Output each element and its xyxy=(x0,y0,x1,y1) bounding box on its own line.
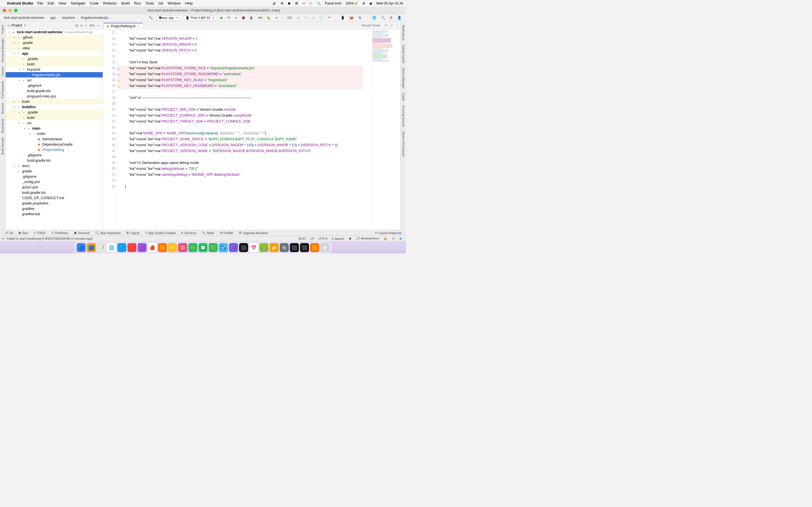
dock-app-icon[interactable]: 🟧 xyxy=(310,243,319,252)
menu-run[interactable]: Run xyxy=(134,1,141,5)
breadcrumb-root[interactable]: kick-start-android-webview xyxy=(2,16,49,20)
bottom-upgrade-assistant[interactable]: ⚙ Upgrade Assistant xyxy=(239,231,268,235)
dock-app-icon[interactable]: ⬛ xyxy=(290,243,299,252)
inspection-ok-icon[interactable]: ✓ xyxy=(390,23,393,27)
menu-edit[interactable]: Edit xyxy=(48,1,54,5)
avatar-icon[interactable]: 👤 xyxy=(396,15,403,20)
shortcuts-icon[interactable]: ⌘ xyxy=(295,1,298,5)
tree-row[interactable]: ·action.yml xyxy=(6,184,103,190)
panel-settings-icon[interactable]: ⚙▾ xyxy=(89,23,95,27)
project-panel-title[interactable]: Project xyxy=(11,23,22,27)
tree-row[interactable]: ◆DependencyGradle xyxy=(6,142,103,147)
dock-app-icon[interactable]: 📝 xyxy=(97,243,106,252)
rail-pull-requests[interactable]: Pull Requests xyxy=(1,79,4,101)
settings-icon[interactable]: ⚙ xyxy=(388,15,395,20)
tree-row[interactable]: ·build.gradle.kts xyxy=(6,88,103,94)
tree-row[interactable]: ·CODE_OF_CONDUCT.md xyxy=(6,195,103,201)
bottom-terminal[interactable]: ▣ Terminal xyxy=(74,231,90,235)
tree-row[interactable]: ·frogoboxmedia.jks xyxy=(6,72,103,77)
dock-app-icon[interactable]: 🟨 xyxy=(168,243,177,252)
dock-app-icon[interactable]: 🗑 xyxy=(320,243,329,252)
dock-app-icon[interactable]: 💜 xyxy=(229,243,238,252)
bottom-build[interactable]: 🔨 Build xyxy=(202,231,214,235)
record-icon[interactable]: ⏺ xyxy=(288,1,291,5)
dock-app-icon[interactable]: 🟪 xyxy=(138,243,147,252)
tree-row[interactable]: ·_config.yml xyxy=(6,179,103,184)
tree-row[interactable]: ▪.idea xyxy=(6,45,103,51)
project-view-icon[interactable]: ▭ xyxy=(7,23,10,27)
tree-row[interactable]: ·gradlew.bat xyxy=(6,211,103,217)
tree-row[interactable]: ▸▪.gradle xyxy=(6,40,103,45)
menu-code[interactable]: Code xyxy=(90,1,99,5)
rail-structure[interactable]: Structure xyxy=(1,101,4,117)
bluetooth-icon[interactable]: ⚙ xyxy=(281,1,284,5)
translate-icon[interactable]: 🌐 xyxy=(370,15,378,20)
user-name[interactable]: Faisal Amir xyxy=(325,1,342,5)
rail-project[interactable]: Project xyxy=(1,23,4,36)
git-push-icon[interactable]: ↗ xyxy=(310,15,316,20)
apply-changes-icon[interactable]: ⟳ xyxy=(226,15,232,20)
tree-row[interactable]: ▾▪src xyxy=(6,120,103,126)
tree-row[interactable]: ▾▪main xyxy=(6,126,103,131)
menu-view[interactable]: View xyxy=(58,1,66,5)
status-line-sep[interactable]: LF xyxy=(310,237,314,240)
collapse-all-icon[interactable]: ⫟ xyxy=(84,23,88,27)
tree-row[interactable]: ▪gradle xyxy=(6,168,103,174)
editor-menu-icon[interactable]: ⋮ xyxy=(396,23,399,27)
dock-app-icon[interactable]: 🌐 xyxy=(107,243,116,252)
rail-copilot[interactable]: GitHub Copilot xyxy=(402,43,405,65)
app-name[interactable]: Android Studio xyxy=(7,1,33,5)
editor-tab-projectsetting[interactable]: ◆ ProjectSetting.kt ✕ xyxy=(103,23,143,29)
apply-code-icon[interactable]: ≡ xyxy=(233,15,239,20)
tree-row[interactable]: ·.gitignore xyxy=(6,174,103,179)
memory-icon[interactable]: ▭ xyxy=(392,237,395,240)
tree-root[interactable]: ▾▸ kick-start-android-webview ~/AndroidS… xyxy=(6,29,103,35)
bottom-todo[interactable]: ≡ TODO xyxy=(34,231,45,235)
dock-app-icon[interactable]: ⬛ xyxy=(239,243,248,252)
dock-app-icon[interactable]: 🔷 xyxy=(117,243,126,252)
git-history-icon[interactable]: 🕘 xyxy=(317,15,325,20)
rail-device-file-explorer[interactable]: Device File Explorer xyxy=(402,129,405,159)
menu-refactor[interactable]: Refactor xyxy=(103,1,117,5)
tree-row[interactable]: ▪build xyxy=(6,115,103,120)
select-opened-icon[interactable]: ⊕ xyxy=(75,23,79,27)
tree-row[interactable]: ▾▪buildSrc xyxy=(6,104,103,110)
menu-tools[interactable]: Tools xyxy=(146,1,154,5)
profiler-icon[interactable]: ◔▾ xyxy=(256,15,264,20)
status-branch[interactable]: ⎇ develop/docs xyxy=(356,237,379,240)
device-combo[interactable]: 📱 Pixel 5 API 33▼ xyxy=(183,15,217,20)
git-rollback-icon[interactable]: ↶ xyxy=(326,15,333,20)
spotlight-icon[interactable]: 🔍 xyxy=(317,1,321,5)
toggles-icon[interactable]: ⚙ xyxy=(362,1,365,5)
datetime[interactable]: Wed 26 Apr 03.34 xyxy=(376,1,403,5)
zoom-window-button[interactable] xyxy=(14,9,17,12)
bottom-run[interactable]: ▶ Run xyxy=(19,231,28,235)
run-button[interactable]: ▶ xyxy=(219,15,225,20)
dock-app-icon[interactable]: ⬛ xyxy=(300,243,309,252)
copilot-status-icon[interactable]: ◉ xyxy=(349,237,352,240)
menu-file[interactable]: File xyxy=(37,1,43,5)
attach-debugger-icon[interactable]: 🐛 xyxy=(265,15,273,20)
tree-row[interactable]: ·.gitignore xyxy=(6,152,103,158)
dropdown-icon[interactable]: ▼ xyxy=(24,24,26,27)
git-commit-icon[interactable]: ✓ xyxy=(303,15,309,20)
debug-button[interactable]: 🐞 xyxy=(240,15,247,20)
account-icon[interactable]: ◉ xyxy=(399,237,402,240)
status-caret[interactable]: 26:97 xyxy=(298,237,306,240)
search-everywhere-icon[interactable]: 🔍 xyxy=(379,15,387,20)
tree-row[interactable]: ▪.gradle xyxy=(6,56,103,61)
rail-resource-manager[interactable]: Resource Manager xyxy=(1,36,4,64)
dock-app-icon[interactable]: 🟦 xyxy=(87,243,96,252)
reader-mode-icon[interactable]: 👁 xyxy=(384,23,388,27)
avd-manager-icon[interactable]: 📱 xyxy=(339,15,347,20)
dock-app-icon[interactable]: 🟥 xyxy=(128,243,137,252)
dock-app-icon[interactable]: 🟢 xyxy=(188,243,197,252)
status-encoding[interactable]: UTF-8 xyxy=(319,237,327,240)
wifi-icon[interactable]: ᯤ xyxy=(309,1,313,5)
display-icon[interactable]: ▭ xyxy=(302,1,305,5)
dock-app-icon[interactable]: 🍎 xyxy=(148,243,157,252)
dock-app-icon[interactable]: 🔘 xyxy=(280,243,289,252)
stop-button[interactable]: ■ xyxy=(274,15,279,20)
rail-device-manager[interactable]: Device Manager xyxy=(402,66,405,91)
menu-navigate[interactable]: Navigate xyxy=(71,1,85,5)
